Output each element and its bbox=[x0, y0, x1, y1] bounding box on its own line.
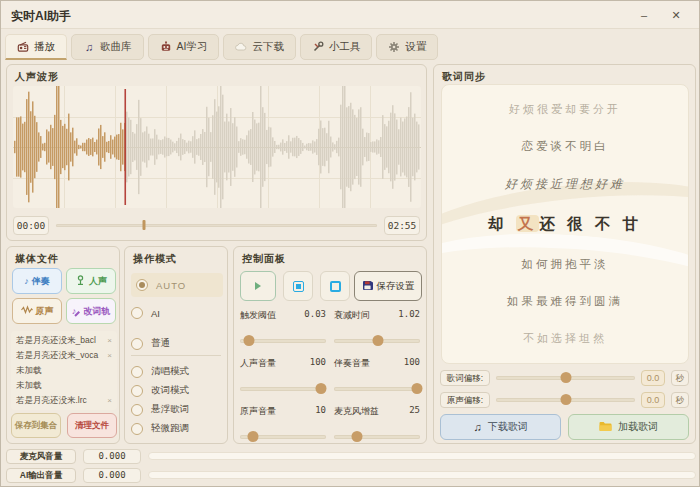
check-lyric-edit-mode[interactable]: 改词模式 bbox=[131, 384, 189, 397]
panel-title: 媒体文件 bbox=[15, 252, 59, 266]
original-offset-value: 0.0 bbox=[641, 392, 665, 408]
seconds-unit: 秒 bbox=[671, 392, 689, 408]
mic-stand-icon bbox=[75, 275, 86, 288]
lyric-offset-value: 0.0 bbox=[641, 370, 665, 386]
tab-ai-learning[interactable]: AI学习 bbox=[148, 34, 220, 60]
window-title: 实时AI助手 bbox=[11, 8, 71, 25]
tab-cloud-download[interactable]: 云下载 bbox=[223, 34, 296, 60]
lyric-line: 如何拥抱平淡 bbox=[522, 257, 609, 272]
lyric-track-button[interactable]: ♪ 改词轨 bbox=[66, 298, 116, 324]
tools-icon bbox=[312, 41, 324, 53]
tab-settings[interactable]: 设置 bbox=[376, 34, 438, 60]
radio-mic-icon bbox=[17, 41, 29, 53]
check-acapella-mode[interactable]: 清唱模式 bbox=[131, 365, 189, 378]
original-volume-slider[interactable] bbox=[240, 431, 326, 442]
waveform-panel: 人声波形 00:00 02:55 bbox=[6, 64, 427, 241]
lyrics-display: 好烦很爱却要分开 恋爱谈不明白 好烦接近理想好难 却 又还 很 不 甘 如何拥抱… bbox=[441, 84, 689, 364]
original-sound-button[interactable]: 原声 bbox=[12, 298, 62, 324]
control-panel: 控制面板 保存设置 触发阈值0.03 衰减时间1.02 人声音量100 伴奏音量… bbox=[233, 246, 427, 444]
download-lyrics-button[interactable]: ♫ 下载歌词 bbox=[440, 414, 561, 440]
panel-title: 控制面板 bbox=[242, 252, 286, 266]
trigger-threshold-slider[interactable] bbox=[240, 335, 326, 346]
seek-handle[interactable] bbox=[143, 220, 146, 230]
lyric-line-current: 却 又还 很 不 甘 bbox=[488, 214, 642, 235]
file-remove-icon[interactable]: × bbox=[107, 336, 112, 345]
divider bbox=[131, 355, 221, 356]
pause-button[interactable] bbox=[283, 271, 313, 301]
media-chip-grid: ♪ 伴奏 人声 原声 ♪ 改词轨 bbox=[12, 268, 116, 324]
accompaniment-volume-control: 伴奏音量100 bbox=[334, 357, 420, 394]
play-button[interactable] bbox=[240, 271, 276, 301]
radio-ai[interactable]: AI bbox=[131, 307, 160, 319]
save-settings-button[interactable]: 保存设置 bbox=[354, 271, 422, 301]
tab-label: AI学习 bbox=[177, 40, 208, 54]
lyric-offset-slider[interactable] bbox=[496, 372, 635, 383]
minimize-button[interactable]: – bbox=[633, 6, 655, 24]
mic-gain-slider[interactable] bbox=[334, 431, 420, 442]
vocal-button[interactable]: 人声 bbox=[66, 268, 116, 294]
load-lyrics-button[interactable]: 加载歌词 bbox=[568, 414, 689, 440]
media-actions: 保存到集合 清理文件 bbox=[11, 413, 117, 438]
file-remove-icon[interactable]: × bbox=[107, 396, 112, 405]
lyrics-buttons: ♫ 下载歌词 加载歌词 bbox=[440, 414, 689, 440]
ai-output-volume-row: AI输出音量 0.000 bbox=[6, 467, 696, 483]
seek-slider[interactable] bbox=[56, 219, 377, 231]
ai-output-volume-meter bbox=[148, 471, 696, 479]
lyric-line: 不如选择坦然 bbox=[523, 331, 607, 346]
title-bar: 实时AI助手 – ✕ bbox=[1, 1, 699, 29]
tab-play[interactable]: 播放 bbox=[5, 34, 67, 60]
vocal-volume-slider[interactable] bbox=[240, 383, 326, 394]
file-row[interactable]: 若是月亮还没来.lrc × bbox=[11, 393, 117, 408]
stop-button[interactable] bbox=[320, 271, 350, 301]
panel-title: 歌词同步 bbox=[442, 70, 486, 84]
original-offset-row: 原声偏移: 0.0 秒 bbox=[440, 391, 689, 408]
lyric-line: 好烦很爱却要分开 bbox=[509, 102, 621, 117]
checkbox-icon bbox=[131, 404, 143, 416]
music-note-icon: ♫ bbox=[83, 41, 95, 53]
close-button[interactable]: ✕ bbox=[665, 6, 687, 24]
save-to-collection-button[interactable]: 保存到集合 bbox=[11, 413, 61, 438]
radio-icon bbox=[131, 338, 143, 350]
seek-track bbox=[56, 224, 377, 227]
accompaniment-volume-slider[interactable] bbox=[334, 383, 420, 394]
lyrics-sync-panel: 歌词同步 好烦很爱却要分开 恋爱谈不明白 好烦接近理想好难 却 又还 很 不 甘… bbox=[433, 64, 696, 444]
app-window: 实时AI助手 – ✕ 播放 ♫ 歌曲库 AI学习 云下载 bbox=[0, 0, 700, 487]
operation-mode-panel: 操作模式 AUTO AI 普通 清唱模式 改词模式 悬浮歌词 轻微跑调 bbox=[124, 246, 228, 444]
tab-label: 歌曲库 bbox=[100, 40, 132, 54]
time-total: 02:55 bbox=[384, 216, 420, 235]
lyric-line: 好烦接近理想好难 bbox=[505, 176, 625, 193]
tab-song-library[interactable]: ♫ 歌曲库 bbox=[71, 34, 144, 60]
file-row[interactable]: 若是月亮还没来_bacl × bbox=[11, 333, 117, 348]
radio-icon bbox=[131, 307, 143, 319]
media-files-panel: 媒体文件 ♪ 伴奏 人声 原声 ♪ 改词轨 若是月亮还没来_bacl × bbox=[6, 246, 120, 444]
vocal-waveform-canvas[interactable] bbox=[13, 86, 421, 208]
tab-tools[interactable]: 小工具 bbox=[300, 34, 373, 60]
tab-bar: 播放 ♫ 歌曲库 AI学习 云下载 小工具 bbox=[5, 34, 438, 60]
file-row[interactable]: 未加载 bbox=[11, 378, 117, 393]
original-volume-control: 原声音量10 bbox=[240, 405, 326, 442]
decay-time-control: 衰减时间1.02 bbox=[334, 309, 420, 346]
clean-files-button[interactable]: 清理文件 bbox=[67, 413, 117, 438]
radio-icon bbox=[136, 279, 148, 291]
decay-time-slider[interactable] bbox=[334, 335, 420, 346]
original-offset-slider[interactable] bbox=[496, 394, 635, 405]
file-row[interactable]: 未加载 bbox=[11, 363, 117, 378]
file-remove-icon[interactable]: × bbox=[107, 351, 112, 360]
tab-label: 小工具 bbox=[329, 40, 361, 54]
cloud-icon bbox=[235, 41, 247, 53]
check-slight-detune[interactable]: 轻微跑调 bbox=[131, 422, 189, 435]
play-icon bbox=[255, 282, 261, 290]
lyric-offset-row: 歌词偏移: 0.0 秒 bbox=[440, 369, 689, 386]
wave-icon bbox=[21, 305, 33, 317]
pause-icon bbox=[293, 281, 304, 292]
accompaniment-button[interactable]: ♪ 伴奏 bbox=[12, 268, 62, 294]
panel-title: 人声波形 bbox=[15, 70, 59, 84]
check-floating-lyrics[interactable]: 悬浮歌词 bbox=[131, 403, 189, 416]
radio-auto[interactable]: AUTO bbox=[131, 273, 223, 297]
checkbox-icon bbox=[131, 366, 143, 378]
radio-normal[interactable]: 普通 bbox=[131, 337, 170, 350]
seek-row: 00:00 02:55 bbox=[13, 215, 420, 235]
trigger-threshold-control: 触发阈值0.03 bbox=[240, 309, 326, 346]
file-row[interactable]: 若是月亮还没来_voca × bbox=[11, 348, 117, 363]
lyric-line: 恋爱谈不明白 bbox=[522, 139, 609, 154]
